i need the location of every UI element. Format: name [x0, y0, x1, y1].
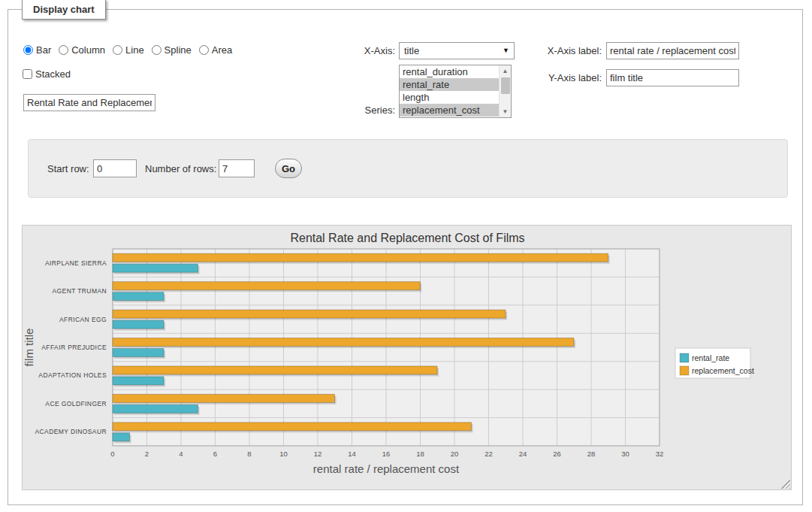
stacked-checkbox-row[interactable]: Stacked	[23, 68, 71, 80]
series-scrollbar[interactable]: ▲ ▼	[499, 65, 511, 117]
bar-rental_rate	[113, 320, 164, 329]
scroll-up-icon[interactable]: ▲	[500, 65, 512, 77]
x-tick-label: 2	[145, 450, 149, 458]
y-axis-label-input[interactable]	[606, 69, 739, 86]
chart-title-input[interactable]	[23, 94, 155, 111]
x-tick-label: 18	[416, 450, 424, 458]
category-label: ACADEMY DINOSAUR	[35, 428, 107, 435]
chart-type-radio-group: BarColumnLineSplineArea	[23, 44, 240, 56]
bar-rental_rate	[113, 292, 164, 301]
radio-label: Column	[71, 44, 105, 56]
stacked-checkbox[interactable]	[23, 69, 32, 79]
x-tick-label: 10	[279, 450, 288, 458]
x-axis-label-caption: X-Axis label:	[534, 45, 602, 57]
x-axis-select[interactable]: title ▼	[399, 42, 515, 59]
category-label: AIRPLANE SIERRA	[45, 259, 107, 267]
radio-label: Area	[212, 44, 232, 56]
bar-chart: AIRPLANE SIERRAAGENT TRUMANAFRICAN EGGAF…	[23, 226, 792, 489]
bar-replacement_cost	[113, 282, 420, 290]
chart-type-option-line[interactable]: Line	[113, 44, 144, 56]
legend-label-replacement_cost: replacement_cost	[692, 366, 754, 375]
chart-type-option-area[interactable]: Area	[199, 44, 232, 56]
start-row-input[interactable]	[93, 159, 137, 177]
bar-rental_rate	[113, 433, 130, 441]
bar-rental_rate	[113, 349, 164, 357]
x-tick-label: 22	[484, 450, 493, 458]
x-tick-label: 32	[656, 450, 664, 458]
y-axis-label-caption: Y-Axis label:	[534, 72, 602, 84]
bar-replacement_cost	[113, 423, 472, 431]
series-list-items: rental_durationrental_ratelengthreplacem…	[400, 65, 499, 117]
series-option-replacement_cost[interactable]: replacement_cost	[400, 104, 499, 117]
scroll-down-icon[interactable]: ▼	[500, 106, 512, 117]
series-option-rental_rate[interactable]: rental_rate	[400, 78, 499, 91]
category-label: AGENT TRUMAN	[53, 287, 107, 295]
chart-x-axis-title: rental rate / replacement cost	[313, 462, 460, 475]
bar-rental_rate	[113, 264, 198, 272]
series-option-rental_duration[interactable]: rental_duration	[400, 65, 499, 78]
x-tick-label: 6	[213, 450, 217, 458]
category-label: ADAPTATION HOLES	[38, 371, 107, 379]
row-range-panel: Start row: Number of rows: Go	[28, 139, 788, 198]
x-tick-label: 16	[382, 450, 391, 458]
bar-replacement_cost	[113, 394, 335, 402]
bar-replacement_cost	[113, 310, 506, 318]
bar-rental_rate	[113, 377, 164, 385]
chart-y-axis-title: film title	[23, 329, 35, 367]
x-axis-selected-value: title	[404, 45, 419, 56]
x-axis-select-label: X-Axis:	[331, 45, 395, 57]
x-axis-label-input[interactable]	[606, 42, 739, 59]
radio-label: Bar	[36, 44, 51, 56]
x-tick-label: 12	[314, 450, 322, 458]
chart-panel: AIRPLANE SIERRAAGENT TRUMANAFRICAN EGGAF…	[22, 225, 792, 490]
chart-resize-handle-icon[interactable]	[781, 480, 790, 489]
category-label: AFFAIR PREJUDICE	[41, 344, 107, 351]
legend-swatch-replacement_cost	[680, 366, 689, 375]
chart-title: Rental Rate and Replacement Cost of Film…	[290, 232, 524, 244]
scrollbar-thumb[interactable]	[501, 77, 510, 94]
display-chart-fieldset: Display chart BarColumnLineSplineArea St…	[8, 9, 803, 505]
stacked-label: Stacked	[35, 68, 71, 80]
chart-type-option-spline[interactable]: Spline	[152, 44, 192, 56]
radio-bar[interactable]	[23, 45, 33, 55]
series-select-label: Series:	[331, 105, 395, 117]
x-tick-label: 8	[247, 450, 251, 458]
chart-type-option-bar[interactable]: Bar	[23, 44, 51, 56]
bar-rental_rate	[113, 404, 198, 413]
series-option-length[interactable]: length	[400, 91, 499, 104]
legend-swatch-rental_rate	[680, 353, 689, 362]
x-tick-label: 0	[110, 450, 114, 458]
radio-line[interactable]	[113, 45, 122, 55]
bar-replacement_cost	[113, 253, 608, 262]
bar-replacement_cost	[113, 338, 574, 347]
go-button[interactable]: Go	[275, 159, 302, 178]
fieldset-legend: Display chart	[22, 0, 106, 20]
start-row-label: Start row:	[47, 163, 89, 175]
bar-replacement_cost	[113, 366, 437, 374]
x-tick-label: 30	[621, 450, 629, 458]
radio-area[interactable]	[199, 45, 209, 55]
x-tick-label: 4	[179, 450, 183, 458]
radio-spline[interactable]	[152, 45, 161, 55]
radio-label: Spline	[165, 44, 192, 56]
category-label: ACE GOLDFINGER	[45, 400, 107, 407]
x-tick-label: 20	[451, 450, 459, 458]
radio-column[interactable]	[59, 45, 68, 55]
series-listbox[interactable]: rental_durationrental_ratelengthreplacem…	[399, 65, 512, 118]
radio-label: Line	[125, 44, 144, 56]
x-tick-label: 24	[519, 450, 527, 458]
select-dropdown-arrow-icon: ▼	[503, 47, 509, 54]
category-label: AFRICAN EGG	[59, 316, 107, 323]
x-tick-label: 26	[553, 450, 561, 458]
legend-label-rental_rate: rental_rate	[692, 353, 729, 362]
number-of-rows-label: Number of rows:	[145, 163, 216, 175]
x-tick-label: 14	[348, 450, 356, 458]
number-of-rows-input[interactable]	[219, 159, 255, 177]
x-tick-label: 28	[587, 450, 596, 458]
chart-type-option-column[interactable]: Column	[59, 44, 105, 56]
